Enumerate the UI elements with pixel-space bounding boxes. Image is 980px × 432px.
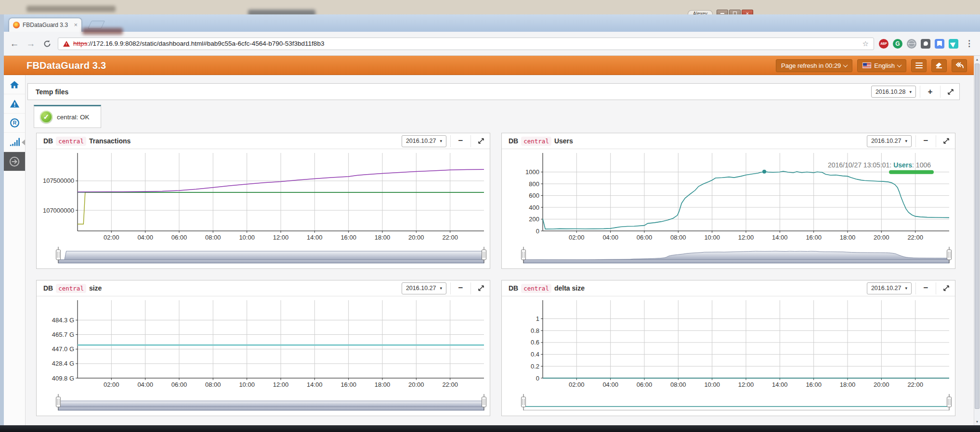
scroll-down-icon[interactable]: ▼ xyxy=(974,418,980,425)
chart-body: 02:0004:0006:0008:0010:0012:0014:0016:00… xyxy=(502,149,955,268)
svg-text:22:00: 22:00 xyxy=(442,381,458,388)
back-icon[interactable]: ← xyxy=(9,38,20,49)
delta-size-chart: 02:0004:0006:0008:0010:0012:0014:0016:00… xyxy=(502,296,955,391)
undo-button[interactable] xyxy=(952,59,967,72)
adblock-extension-icon[interactable]: ABP xyxy=(879,39,889,49)
svg-text:14:00: 14:00 xyxy=(772,381,788,388)
tab-close-icon[interactable]: × xyxy=(74,22,78,28)
svg-text:14:00: 14:00 xyxy=(307,234,323,241)
chevron-down-icon xyxy=(843,63,848,67)
chart-date-select[interactable]: 2016.10.27▾ xyxy=(867,282,912,294)
language-select[interactable]: English xyxy=(857,59,906,72)
svg-text:10:00: 10:00 xyxy=(704,234,720,241)
collapse-chart-button[interactable]: − xyxy=(915,282,932,294)
slider-handle[interactable] xyxy=(522,397,526,407)
size-range-slider[interactable] xyxy=(37,393,490,412)
slider-handle[interactable] xyxy=(947,250,952,260)
svg-text:12:00: 12:00 xyxy=(273,234,289,241)
sidebar: R xyxy=(4,75,26,425)
db-label: DB xyxy=(509,137,518,145)
svg-text:1: 1 xyxy=(536,315,539,322)
security-warning-icon[interactable]: ! xyxy=(63,41,70,47)
caret-down-icon: ▾ xyxy=(440,286,442,291)
transactions-chart: 02:0004:0006:0008:0010:0012:0014:0016:00… xyxy=(37,149,490,243)
users-range-slider[interactable] xyxy=(502,245,955,265)
svg-text:12:00: 12:00 xyxy=(738,234,754,241)
expand-chart-button[interactable] xyxy=(470,282,487,294)
clear-button[interactable] xyxy=(931,59,947,72)
svg-text:0.2: 0.2 xyxy=(531,363,539,370)
expand-chart-button[interactable] xyxy=(936,135,952,147)
chart-body: 02:0004:0006:0008:0010:0012:0014:0016:00… xyxy=(502,296,955,416)
slider-handle[interactable] xyxy=(482,250,486,260)
svg-text:0: 0 xyxy=(536,228,539,235)
svg-text:04:00: 04:00 xyxy=(602,381,618,388)
slider-handle[interactable] xyxy=(522,250,526,260)
forward-icon[interactable]: → xyxy=(25,38,37,49)
svg-text:465.7 G: 465.7 G xyxy=(52,331,74,338)
svg-text:10:00: 10:00 xyxy=(239,381,255,388)
home-icon xyxy=(10,80,19,89)
page-scrollbar[interactable]: ▲ ▼ xyxy=(974,56,980,425)
reply-all-icon xyxy=(955,62,964,69)
background-window: Alexey × xyxy=(0,0,980,16)
expand-panel-button[interactable] xyxy=(940,86,956,98)
warning-icon xyxy=(10,99,20,109)
sidebar-item-statistics[interactable] xyxy=(4,133,25,152)
sidebar-item-alerts[interactable] xyxy=(4,94,25,114)
slider-handle[interactable] xyxy=(947,397,952,407)
chevron-down-icon xyxy=(897,63,902,67)
scrollbar-thumb[interactable] xyxy=(975,64,980,409)
send-extension-icon[interactable] xyxy=(949,39,958,49)
tab-central-ok[interactable]: ✓ central: OK xyxy=(34,105,101,128)
tag-extension-icon[interactable] xyxy=(935,39,944,49)
db-name: central xyxy=(521,137,551,146)
chart-date-select[interactable]: 2016.10.27▾ xyxy=(402,282,446,294)
svg-text:R: R xyxy=(13,120,16,126)
chart-date-select[interactable]: 2016.10.27▾ xyxy=(867,135,912,147)
add-chart-button[interactable]: + xyxy=(920,86,936,98)
expand-chart-button[interactable] xyxy=(470,135,487,147)
svg-text:02:00: 02:00 xyxy=(104,381,119,388)
grammarly-extension-icon[interactable]: G xyxy=(893,39,902,49)
collapse-chart-button[interactable]: − xyxy=(915,135,932,147)
transactions-range-slider[interactable] xyxy=(37,245,490,265)
sidebar-collapse-button[interactable] xyxy=(4,152,25,171)
db-label: DB xyxy=(509,284,518,292)
chart-date-select[interactable]: 2016.10.27▾ xyxy=(402,135,446,147)
scroll-up-icon[interactable]: ▲ xyxy=(974,56,980,63)
page-refresh-button[interactable]: Page refresh in 00:29 xyxy=(776,59,852,72)
globe-extension-icon[interactable] xyxy=(907,39,916,49)
expand-icon xyxy=(943,285,949,291)
browser-tabstrip: FBDataGuard 3.3 × xyxy=(4,14,980,32)
browser-tab[interactable]: FBDataGuard 3.3 × xyxy=(9,18,82,32)
slider-handle[interactable] xyxy=(482,397,486,407)
delta-size-range-slider[interactable] xyxy=(502,393,955,412)
collapse-chart-button[interactable]: − xyxy=(450,282,467,294)
bookmark-star-icon[interactable]: ☆ xyxy=(862,39,869,48)
svg-text:06:00: 06:00 xyxy=(637,234,653,241)
svg-text:20:00: 20:00 xyxy=(408,234,424,241)
chart-metric: Transactions xyxy=(89,137,402,145)
slider-handle[interactable] xyxy=(56,250,61,260)
caret-down-icon: ▾ xyxy=(440,139,442,143)
expand-chart-button[interactable] xyxy=(936,282,952,294)
svg-text:14:00: 14:00 xyxy=(307,381,323,388)
menu-button[interactable] xyxy=(911,59,927,72)
url-bar[interactable]: ! https://172.16.9.9:8082/static/dashboa… xyxy=(58,38,874,50)
svg-text:0.8: 0.8 xyxy=(531,327,539,334)
browser-menu-icon[interactable]: ⋮ xyxy=(963,38,975,49)
slider-handle[interactable] xyxy=(56,397,61,407)
collapse-chart-button[interactable]: − xyxy=(450,135,467,147)
sidebar-item-home[interactable] xyxy=(4,75,25,94)
grid xyxy=(76,153,484,233)
background-glass-blob xyxy=(82,28,123,35)
lens-extension-icon[interactable] xyxy=(921,39,930,49)
refresh-icon[interactable] xyxy=(41,39,53,48)
panel-date-select[interactable]: 2016.10.28▾ xyxy=(871,86,916,98)
us-flag-icon xyxy=(862,63,871,68)
windows-taskbar[interactable] xyxy=(0,425,980,432)
svg-text:22:00: 22:00 xyxy=(907,381,923,388)
svg-text:400: 400 xyxy=(529,204,539,211)
sidebar-item-registered[interactable]: R xyxy=(4,114,25,133)
